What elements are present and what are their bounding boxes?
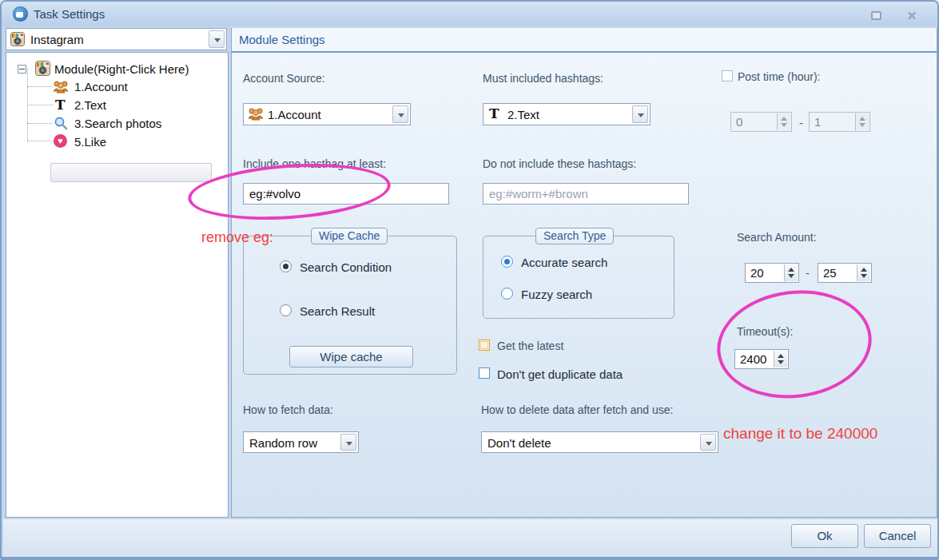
post-time-checkbox[interactable] (722, 70, 733, 81)
tree-line (27, 86, 53, 87)
search-result-label[interactable]: Search Result (300, 304, 375, 318)
tree-root-label[interactable]: Module(Right-Click Here) (54, 62, 189, 76)
spinner-arrows-icon[interactable] (774, 351, 787, 367)
tree-item-label[interactable]: 1.Account (74, 80, 128, 93)
timeout-spinner[interactable]: 2400 (734, 349, 789, 369)
must-hashtags-dropdown[interactable]: T 2.Text (483, 103, 651, 125)
fuzzy-search-label[interactable]: Fuzzy search (521, 288, 592, 301)
fuzzy-search-radio[interactable] (501, 288, 513, 300)
tree-item-label[interactable]: 5.Like (74, 135, 106, 149)
post-time-from-spinner[interactable]: 0 (730, 112, 792, 132)
search-condition-radio[interactable] (280, 260, 292, 272)
tree-item-label[interactable]: 2.Text (74, 98, 106, 112)
fetch-mode-value: Random row (249, 436, 317, 450)
search-amount-from-value: 20 (750, 266, 764, 280)
app-logo-icon (13, 6, 28, 22)
search-magnifier-icon (54, 116, 68, 130)
close-icon[interactable]: ✕ (903, 9, 921, 22)
tree-line (27, 105, 53, 105)
tree-item-label[interactable]: 3.Search photos (74, 117, 161, 130)
search-amount-from-spinner[interactable]: 20 (745, 263, 799, 283)
range-dash: - (799, 116, 803, 129)
account-group-icon (248, 107, 264, 121)
task-settings-window: Task Settings ✕ Instagram (0, 0, 939, 560)
timeout-value: 2400 (740, 352, 766, 366)
footer-bar: Ok Cancel (3, 519, 937, 557)
include-hashtag-label: Include one hasthag at least: (243, 157, 386, 170)
platform-dropdown[interactable]: Instagram (6, 28, 227, 50)
post-time-label: Post time (hour): (738, 70, 820, 83)
search-amount-to-spinner[interactable]: 25 (818, 263, 872, 283)
post-time-to-spinner[interactable]: 1 (809, 112, 870, 132)
panel-title: Module Settings (239, 33, 325, 46)
text-T-icon: T (55, 97, 66, 112)
no-duplicate-checkbox[interactable] (479, 367, 490, 379)
search-amount-label: Search Amount: (737, 231, 817, 244)
dropdown-arrow-icon[interactable] (392, 105, 408, 123)
search-type-group-title: Search Type (535, 228, 614, 244)
dropdown-arrow-icon[interactable] (632, 105, 648, 123)
ok-button[interactable]: Ok (791, 524, 858, 548)
cancel-button[interactable]: Cancel (864, 524, 931, 548)
spinner-arrows-icon[interactable] (777, 113, 790, 130)
tree-line (27, 123, 53, 124)
maximize-icon[interactable] (867, 9, 885, 22)
instagram-icon (10, 32, 25, 46)
exclude-hashtags-input[interactable]: eg:#worm+#brown (483, 183, 689, 205)
spinner-arrows-icon[interactable] (784, 264, 798, 281)
platform-value: Instagram (30, 33, 84, 46)
accurate-search-label[interactable]: Accurate search (521, 256, 607, 269)
timeout-label: Timeout(s): (737, 325, 793, 338)
dropdown-arrow-icon[interactable] (340, 434, 356, 451)
wipe-cache-group-title: Wipe Cache (311, 228, 388, 244)
instagram-icon (35, 61, 50, 76)
fetch-mode-label: How to fetch data: (243, 403, 333, 416)
window-title: Task Settings (34, 7, 105, 21)
heart-like-icon: ♥ (54, 134, 67, 148)
exclude-hashtags-label: Do not include these hashtags: (483, 157, 636, 170)
tree-line (27, 141, 53, 141)
delete-mode-label: How to delete data after fetch and use: (481, 403, 674, 416)
fetch-mode-dropdown[interactable]: Random row (243, 431, 359, 453)
must-hashtags-value: 2.Text (507, 108, 539, 121)
text-T-icon: T (489, 106, 499, 121)
get-latest-checkbox[interactable] (479, 340, 490, 351)
search-amount-to-value: 25 (823, 266, 837, 280)
spinner-arrows-icon[interactable] (855, 113, 869, 130)
range-dash: - (806, 266, 810, 280)
annotation-remove-eg: remove eg: (201, 229, 273, 246)
post-time-to-value: 1 (814, 115, 821, 129)
post-time-from-value: 0 (736, 115, 742, 129)
spinner-arrows-icon[interactable] (857, 264, 870, 281)
account-source-dropdown[interactable]: 1.Account (243, 103, 411, 125)
delete-mode-value: Don't delete (487, 436, 551, 450)
exclude-hashtags-placeholder: eg:#worm+#brown (489, 187, 588, 201)
accurate-search-radio[interactable] (501, 256, 513, 268)
search-condition-label[interactable]: Search Condition (300, 260, 392, 274)
platform-dropdown-arrow[interactable] (209, 30, 225, 48)
search-type-group (483, 236, 674, 319)
titlebar[interactable]: Task Settings ✕ (2, 2, 937, 26)
account-source-value: 1.Account (268, 108, 321, 121)
account-source-label: Account Source: (243, 72, 325, 85)
search-result-radio[interactable] (280, 304, 292, 316)
include-hashtag-value: eg:#volvo (249, 187, 300, 201)
annotation-change-timeout: change it to be 240000 (723, 425, 877, 443)
tree-collapse-icon[interactable] (18, 65, 26, 73)
get-latest-label[interactable]: Get the latest (497, 340, 563, 352)
dropdown-arrow-icon[interactable] (700, 434, 716, 451)
must-hashtags-label: Must included hashtags: (483, 72, 603, 85)
header-divider (232, 51, 937, 53)
module-tree: Module(Right-Click Here) 1.Account T 2.T… (6, 52, 229, 518)
include-hashtag-input[interactable]: eg:#volvo (243, 183, 449, 205)
tree-selection-highlight (50, 163, 212, 182)
account-group-icon (53, 80, 69, 93)
wipe-cache-button[interactable]: Wipe cache (289, 346, 413, 367)
no-duplicate-label[interactable]: Don't get duplicate data (497, 367, 623, 381)
delete-mode-dropdown[interactable]: Don't delete (481, 431, 718, 453)
